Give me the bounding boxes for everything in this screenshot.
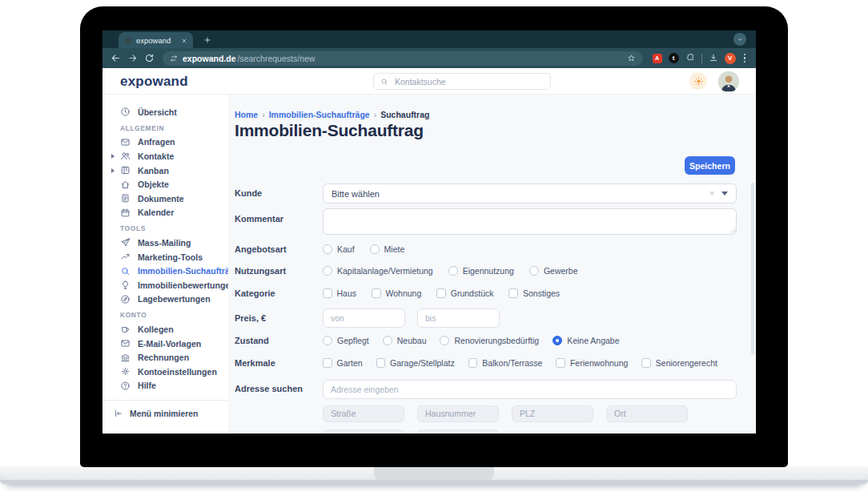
- kommentar-textarea[interactable]: [323, 208, 737, 235]
- app-logo[interactable]: expowand: [120, 74, 188, 90]
- checkbox-option[interactable]: Garage/Stellplatz: [376, 358, 455, 368]
- contact-search-input[interactable]: [393, 76, 544, 87]
- user-avatar[interactable]: [718, 71, 739, 92]
- downloads-icon[interactable]: [709, 51, 718, 66]
- radio-icon: [323, 244, 332, 254]
- pdf-extension-icon[interactable]: A: [653, 54, 662, 63]
- sidebar-item-immobilien-suchauftraege[interactable]: Immobilien-Suchaufträge: [102, 264, 228, 278]
- sidebar-item-immobilienbewertungen[interactable]: Immobilienbewertungen: [102, 278, 228, 292]
- breadcrumb-parent-link[interactable]: Immobilien-Suchaufträge: [269, 110, 370, 119]
- sidebar-item-hilfe[interactable]: Hilfe: [102, 379, 228, 393]
- laptop-base: [0, 467, 868, 484]
- address-subfield: Ort: [606, 405, 688, 422]
- extensions-puzzle-icon[interactable]: [685, 51, 695, 66]
- sidebar-item-lagebewertungen[interactable]: Lagebewertungen: [102, 292, 228, 307]
- preis-bis-input[interactable]: [417, 309, 500, 328]
- radio-option[interactable]: Gepflegt: [323, 336, 369, 345]
- envelope-icon: [120, 338, 131, 349]
- checkbox-option[interactable]: Balkon/Terrasse: [468, 358, 543, 368]
- kunde-select[interactable]: Bitte wählen ×: [323, 183, 737, 204]
- radio-icon: [440, 336, 449, 345]
- checkbox-option[interactable]: Haus: [323, 288, 356, 298]
- radio-option[interactable]: Kauf: [323, 244, 355, 254]
- clear-icon[interactable]: ×: [709, 189, 714, 198]
- circle-extension-icon[interactable]: t: [669, 53, 679, 63]
- sidebar-item-rechnungen[interactable]: Rechnungen: [102, 350, 228, 365]
- back-icon[interactable]: [110, 52, 122, 64]
- bank-icon: [120, 353, 131, 363]
- checkbox-option[interactable]: Garten: [323, 358, 363, 368]
- help-icon: [120, 381, 131, 391]
- checkbox-option[interactable]: Wohnung: [372, 288, 421, 298]
- theme-toggle-button[interactable]: [689, 72, 707, 90]
- radio-option[interactable]: Keine Angabe: [553, 336, 619, 345]
- address-subfield: PLZ: [512, 405, 593, 422]
- radio-option[interactable]: Gewerbe: [529, 266, 578, 276]
- sidebar-item-objekte[interactable]: Objekte: [102, 177, 228, 192]
- checkbox-icon: [436, 288, 446, 298]
- address-subfield: [417, 429, 499, 434]
- new-tab-button[interactable]: [202, 34, 213, 46]
- sidebar-item-kanban[interactable]: Kanban: [102, 163, 228, 178]
- bookmark-star-icon[interactable]: [627, 51, 636, 66]
- checkbox-icon: [556, 358, 565, 368]
- sidebar-item-kalender[interactable]: Kalender: [102, 206, 228, 220]
- checkbox-icon: [508, 288, 518, 298]
- sidebar-item-marketing-tools[interactable]: Marketing-Tools: [102, 250, 228, 264]
- radio-option[interactable]: Kapitalanlage/Vermietung: [323, 266, 433, 276]
- checkbox-option[interactable]: Grundstück: [436, 288, 493, 298]
- browser-tab[interactable]: expowand: [119, 32, 193, 48]
- checkbox-option[interactable]: Seniorengerecht: [641, 358, 717, 368]
- menu-minimize-button[interactable]: Menü minimieren: [102, 406, 228, 421]
- browser-profile-badge[interactable]: V: [725, 53, 736, 64]
- caret-right-icon: [111, 168, 115, 173]
- radio-option[interactable]: Eigennutzung: [448, 266, 514, 276]
- sidebar-item-email-vorlagen[interactable]: E-Mail-Vorlagen: [102, 337, 228, 351]
- radio-icon: [323, 266, 332, 276]
- chevron-down-icon[interactable]: [721, 192, 728, 196]
- radio-option[interactable]: Neubau: [383, 336, 427, 345]
- tab-strip-chevron-button[interactable]: [733, 33, 746, 46]
- address-subfields-row-partial: [323, 429, 737, 434]
- checkbox-icon: [641, 358, 651, 368]
- adresse-input[interactable]: [323, 380, 737, 399]
- forward-icon[interactable]: [127, 52, 139, 64]
- preis-von-input[interactable]: [323, 309, 405, 328]
- url-bar[interactable]: expowand.de /searchrequests/new: [163, 51, 643, 66]
- sidebar-item-anfragen[interactable]: Anfragen: [102, 135, 228, 150]
- breadcrumb-separator: ›: [262, 110, 265, 119]
- radio-option[interactable]: Miete: [370, 244, 405, 254]
- radio-option[interactable]: Renovierungsbedürftig: [440, 336, 539, 345]
- kategorie-label: Kategorie: [235, 287, 319, 300]
- reload-icon[interactable]: [143, 52, 155, 64]
- checkbox-icon: [323, 288, 332, 298]
- breadcrumb-home-link[interactable]: Home: [235, 110, 258, 119]
- sidebar-item-mass-mailing[interactable]: Mass-Mailing: [102, 236, 228, 250]
- app-header: expowand: [102, 68, 756, 95]
- radio-icon: [448, 266, 458, 276]
- radio-icon: [529, 266, 539, 276]
- save-button[interactable]: Speichern: [685, 156, 735, 175]
- checkbox-option[interactable]: Sonstiges: [508, 288, 560, 298]
- gear-icon: [120, 366, 131, 377]
- merkmale-label: Merkmale: [235, 357, 319, 369]
- sidebar-item-dokumente[interactable]: Dokumente: [102, 192, 228, 206]
- checkbox-option[interactable]: Ferienwohnung: [556, 358, 628, 368]
- adresse-label: Adresse suchen: [235, 380, 319, 398]
- scrollbar-thumb[interactable]: [751, 183, 754, 355]
- sidebar-item-uebersicht[interactable]: Übersicht: [102, 105, 228, 119]
- site-info-icon: [170, 54, 178, 63]
- address-subfield: Hausnummer: [417, 405, 499, 422]
- browser-menu-icon[interactable]: [742, 54, 747, 63]
- kunde-select-value: Bitte wählen: [332, 189, 709, 199]
- address-subfield: Straße: [323, 405, 404, 422]
- tab-close-icon[interactable]: [181, 33, 187, 47]
- sidebar-item-kontoeinstellungen[interactable]: Kontoeinstellungen: [102, 365, 228, 379]
- radio-icon: [370, 244, 380, 254]
- contact-search-box[interactable]: [373, 73, 551, 90]
- sidebar-item-kollegen[interactable]: Kollegen: [102, 322, 228, 337]
- kunde-label: Kunde: [235, 183, 319, 204]
- sidebar-item-kontakte[interactable]: Kontakte: [102, 149, 228, 163]
- sidebar-section-label: TOOLS: [102, 220, 228, 236]
- browser-toolbar: expowand.de /searchrequests/new A t V: [102, 48, 756, 68]
